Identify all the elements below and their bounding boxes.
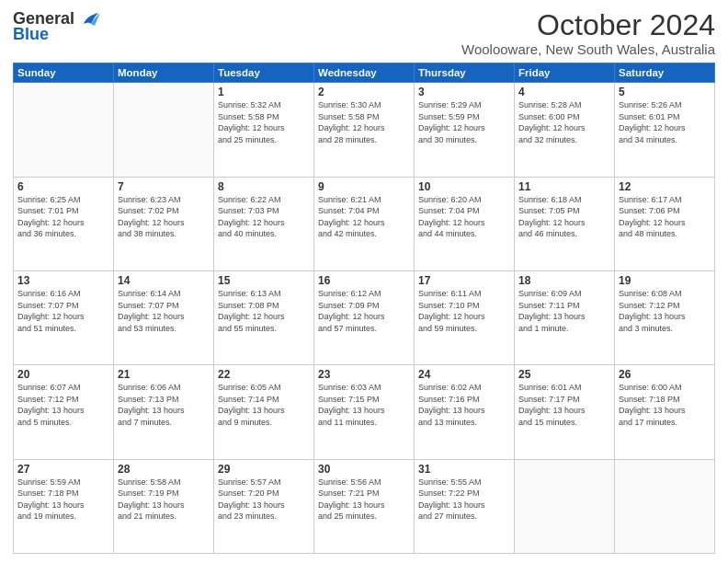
table-row: 4Sunrise: 5:28 AMSunset: 6:00 PMDaylight… xyxy=(515,83,615,177)
day-number: 31 xyxy=(418,463,510,476)
day-number: 7 xyxy=(118,180,210,193)
day-info: Sunrise: 6:05 AMSunset: 7:14 PMDaylight:… xyxy=(218,382,310,428)
calendar-week-row: 6Sunrise: 6:25 AMSunset: 7:01 PMDaylight… xyxy=(14,177,715,270)
calendar-week-row: 13Sunrise: 6:16 AMSunset: 7:07 PMDayligh… xyxy=(14,270,715,364)
calendar-week-row: 20Sunrise: 6:07 AMSunset: 7:12 PMDayligh… xyxy=(14,365,715,459)
table-row: 25Sunrise: 6:01 AMSunset: 7:17 PMDayligh… xyxy=(515,365,615,459)
table-row xyxy=(515,459,615,553)
table-row: 3Sunrise: 5:29 AMSunset: 5:59 PMDaylight… xyxy=(415,83,515,177)
day-info: Sunrise: 6:07 AMSunset: 7:12 PMDaylight:… xyxy=(17,382,109,428)
day-number: 18 xyxy=(518,274,610,287)
day-info: Sunrise: 6:03 AMSunset: 7:15 PMDaylight:… xyxy=(318,382,410,428)
table-row xyxy=(615,459,715,553)
day-number: 5 xyxy=(619,86,711,98)
table-row: 30Sunrise: 5:56 AMSunset: 7:21 PMDayligh… xyxy=(314,459,415,553)
day-info: Sunrise: 6:23 AMSunset: 7:02 PMDaylight:… xyxy=(118,194,210,240)
table-row: 22Sunrise: 6:05 AMSunset: 7:14 PMDayligh… xyxy=(214,365,314,459)
page-subtitle: Woolooware, New South Wales, Australia xyxy=(461,41,715,57)
table-row: 1Sunrise: 5:32 AMSunset: 5:58 PMDaylight… xyxy=(214,83,314,177)
day-number: 4 xyxy=(518,86,610,98)
header-tuesday: Tuesday xyxy=(214,63,314,83)
table-row: 29Sunrise: 5:57 AMSunset: 7:20 PMDayligh… xyxy=(214,459,314,553)
day-info: Sunrise: 5:28 AMSunset: 6:00 PMDaylight:… xyxy=(518,99,610,145)
day-number: 19 xyxy=(619,274,711,287)
day-number: 17 xyxy=(418,274,510,287)
day-number: 26 xyxy=(619,368,711,381)
table-row: 10Sunrise: 6:20 AMSunset: 7:04 PMDayligh… xyxy=(415,177,515,270)
day-info: Sunrise: 6:09 AMSunset: 7:11 PMDaylight:… xyxy=(518,288,610,334)
day-number: 29 xyxy=(218,463,310,476)
day-info: Sunrise: 6:14 AMSunset: 7:07 PMDaylight:… xyxy=(118,288,210,334)
day-number: 6 xyxy=(17,180,109,193)
day-info: Sunrise: 5:58 AMSunset: 7:19 PMDaylight:… xyxy=(118,477,210,523)
table-row: 26Sunrise: 6:00 AMSunset: 7:18 PMDayligh… xyxy=(615,365,715,459)
day-info: Sunrise: 6:02 AMSunset: 7:16 PMDaylight:… xyxy=(418,382,510,428)
table-row: 18Sunrise: 6:09 AMSunset: 7:11 PMDayligh… xyxy=(515,270,615,364)
table-row xyxy=(14,83,114,177)
table-row: 24Sunrise: 6:02 AMSunset: 7:16 PMDayligh… xyxy=(415,365,515,459)
day-info: Sunrise: 5:59 AMSunset: 7:18 PMDaylight:… xyxy=(17,477,109,523)
table-row: 2Sunrise: 5:30 AMSunset: 5:58 PMDaylight… xyxy=(314,83,415,177)
header-saturday: Saturday xyxy=(615,63,715,83)
calendar-week-row: 1Sunrise: 5:32 AMSunset: 5:58 PMDaylight… xyxy=(14,83,715,177)
header-sunday: Sunday xyxy=(14,63,114,83)
table-row: 13Sunrise: 6:16 AMSunset: 7:07 PMDayligh… xyxy=(14,270,114,364)
table-row: 14Sunrise: 6:14 AMSunset: 7:07 PMDayligh… xyxy=(114,270,214,364)
logo: General Blue xyxy=(13,9,100,44)
header-monday: Monday xyxy=(114,63,214,83)
day-number: 2 xyxy=(318,86,410,98)
day-info: Sunrise: 6:17 AMSunset: 7:06 PMDaylight:… xyxy=(619,194,711,240)
day-info: Sunrise: 6:11 AMSunset: 7:10 PMDaylight:… xyxy=(418,288,510,334)
day-info: Sunrise: 6:08 AMSunset: 7:12 PMDaylight:… xyxy=(619,288,711,334)
day-info: Sunrise: 6:16 AMSunset: 7:07 PMDaylight:… xyxy=(17,288,109,334)
day-number: 21 xyxy=(118,368,210,381)
day-info: Sunrise: 5:32 AMSunset: 5:58 PMDaylight:… xyxy=(218,99,310,145)
day-info: Sunrise: 6:22 AMSunset: 7:03 PMDaylight:… xyxy=(218,194,310,240)
day-info: Sunrise: 6:00 AMSunset: 7:18 PMDaylight:… xyxy=(619,382,711,428)
table-row: 21Sunrise: 6:06 AMSunset: 7:13 PMDayligh… xyxy=(114,365,214,459)
header-wednesday: Wednesday xyxy=(314,63,415,83)
table-row: 23Sunrise: 6:03 AMSunset: 7:15 PMDayligh… xyxy=(314,365,415,459)
day-info: Sunrise: 6:25 AMSunset: 7:01 PMDaylight:… xyxy=(17,194,109,240)
day-info: Sunrise: 6:18 AMSunset: 7:05 PMDaylight:… xyxy=(518,194,610,240)
day-number: 28 xyxy=(118,463,210,476)
table-row: 12Sunrise: 6:17 AMSunset: 7:06 PMDayligh… xyxy=(615,177,715,270)
day-number: 25 xyxy=(518,368,610,381)
day-info: Sunrise: 5:30 AMSunset: 5:58 PMDaylight:… xyxy=(318,99,410,145)
day-number: 12 xyxy=(619,180,711,193)
day-number: 11 xyxy=(518,180,610,193)
header-friday: Friday xyxy=(515,63,615,83)
table-row: 9Sunrise: 6:21 AMSunset: 7:04 PMDaylight… xyxy=(314,177,415,270)
page-title: October 2024 xyxy=(461,9,715,41)
day-number: 27 xyxy=(17,463,109,476)
day-number: 16 xyxy=(318,274,410,287)
title-block: October 2024 Woolooware, New South Wales… xyxy=(461,9,715,57)
day-number: 10 xyxy=(418,180,510,193)
day-number: 24 xyxy=(418,368,510,381)
header: General Blue October 2024 Woolooware, Ne… xyxy=(13,9,715,57)
day-number: 30 xyxy=(318,463,410,476)
day-number: 14 xyxy=(118,274,210,287)
table-row: 15Sunrise: 6:13 AMSunset: 7:08 PMDayligh… xyxy=(214,270,314,364)
day-number: 9 xyxy=(318,180,410,193)
calendar-week-row: 27Sunrise: 5:59 AMSunset: 7:18 PMDayligh… xyxy=(14,459,715,553)
table-row: 17Sunrise: 6:11 AMSunset: 7:10 PMDayligh… xyxy=(415,270,515,364)
calendar-header-row: Sunday Monday Tuesday Wednesday Thursday… xyxy=(14,63,715,83)
table-row: 7Sunrise: 6:23 AMSunset: 7:02 PMDaylight… xyxy=(114,177,214,270)
table-row: 27Sunrise: 5:59 AMSunset: 7:18 PMDayligh… xyxy=(14,459,114,553)
table-row: 6Sunrise: 6:25 AMSunset: 7:01 PMDaylight… xyxy=(14,177,114,270)
day-number: 20 xyxy=(17,368,109,381)
table-row: 28Sunrise: 5:58 AMSunset: 7:19 PMDayligh… xyxy=(114,459,214,553)
day-info: Sunrise: 5:56 AMSunset: 7:21 PMDaylight:… xyxy=(318,477,410,523)
day-info: Sunrise: 6:12 AMSunset: 7:09 PMDaylight:… xyxy=(318,288,410,334)
table-row: 31Sunrise: 5:55 AMSunset: 7:22 PMDayligh… xyxy=(415,459,515,553)
page: General Blue October 2024 Woolooware, Ne… xyxy=(0,0,728,563)
calendar-table: Sunday Monday Tuesday Wednesday Thursday… xyxy=(13,63,715,554)
day-info: Sunrise: 6:13 AMSunset: 7:08 PMDaylight:… xyxy=(218,288,310,334)
day-number: 13 xyxy=(17,274,109,287)
day-number: 3 xyxy=(418,86,510,98)
day-number: 22 xyxy=(218,368,310,381)
table-row: 8Sunrise: 6:22 AMSunset: 7:03 PMDaylight… xyxy=(214,177,314,270)
day-number: 15 xyxy=(218,274,310,287)
day-info: Sunrise: 5:57 AMSunset: 7:20 PMDaylight:… xyxy=(218,477,310,523)
